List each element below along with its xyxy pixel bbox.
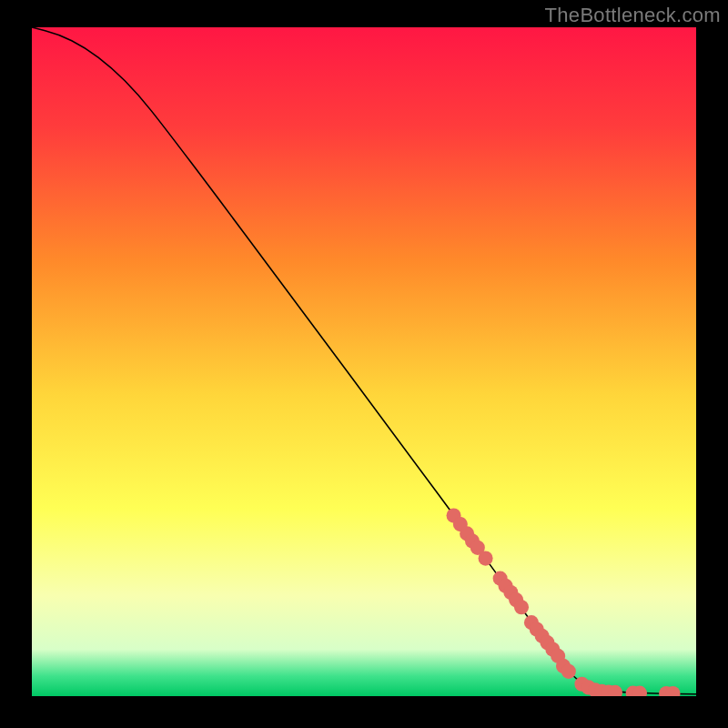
attribution-text: TheBottleneck.com	[545, 4, 721, 27]
chart-svg	[32, 27, 696, 696]
gradient-background	[32, 27, 696, 696]
bottleneck-curve-chart	[32, 27, 696, 696]
data-marker	[514, 600, 529, 614]
data-marker	[561, 664, 576, 679]
data-marker	[479, 551, 493, 566]
chart-container: TheBottleneck.com	[0, 0, 728, 728]
